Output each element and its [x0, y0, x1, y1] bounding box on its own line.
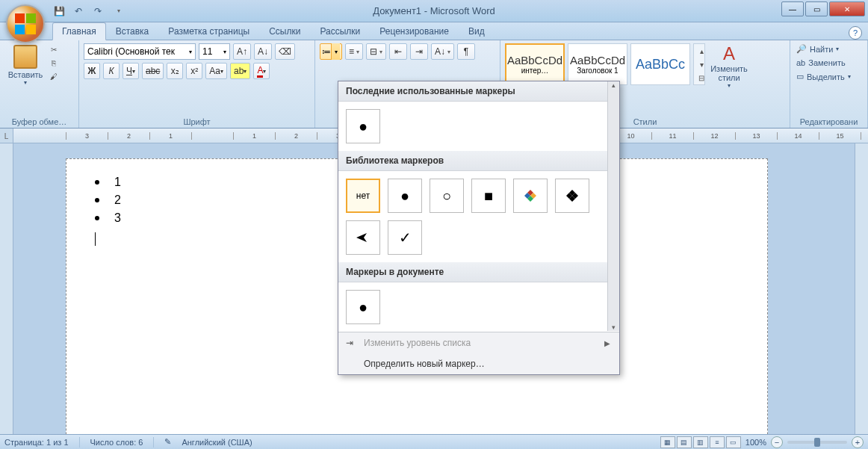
- bold-button[interactable]: Ж: [84, 63, 100, 79]
- ruler-corner[interactable]: L: [0, 128, 13, 143]
- office-button[interactable]: [6, 4, 45, 43]
- status-word-count[interactable]: Число слов: 6: [90, 438, 143, 447]
- bd-bullet-4color[interactable]: [513, 179, 548, 213]
- close-button[interactable]: ✕: [829, 1, 865, 16]
- bd-indoc-grid: ●: [338, 282, 619, 332]
- qat-more-icon[interactable]: [111, 4, 124, 18]
- view-full-reading[interactable]: ▤: [677, 436, 692, 448]
- bd-bottom-menu: ⇥ Изменить уровень списка ▶ Определить н…: [338, 332, 619, 374]
- style-item-1[interactable]: AaBbCcDd интер…: [505, 43, 565, 85]
- redo-icon[interactable]: ↷: [91, 4, 105, 18]
- zoom-out-button[interactable]: −: [771, 436, 783, 448]
- bd-recent-grid: ●: [338, 102, 619, 151]
- tab-page-layout[interactable]: Разметка страницы: [158, 22, 259, 40]
- ruler-tick: 2: [275, 132, 317, 140]
- bd-bullet-circle[interactable]: ○: [430, 179, 464, 213]
- status-page[interactable]: Страница: 1 из 1: [4, 438, 69, 447]
- bd-bullet-arrow[interactable]: [346, 220, 380, 255]
- zoom-slider-thumb[interactable]: [814, 438, 820, 447]
- sort-button[interactable]: A↓: [431, 43, 454, 60]
- bd-recent-bullet-disc[interactable]: ●: [346, 109, 380, 143]
- clear-formatting-icon[interactable]: ⌫: [275, 43, 295, 60]
- bd-change-level[interactable]: ⇥ Изменить уровень списка ▶: [338, 332, 619, 353]
- copy-icon[interactable]: ⎘: [46, 57, 61, 69]
- shrink-font-icon[interactable]: A↓: [254, 43, 272, 60]
- status-language[interactable]: Английский (США): [182, 438, 252, 447]
- font-size-combo[interactable]: 11▾: [199, 43, 230, 60]
- ruler-tick: 11: [651, 132, 693, 140]
- tab-view[interactable]: Вид: [459, 22, 495, 40]
- bd-none[interactable]: нет: [346, 179, 380, 213]
- bullet-dot-icon: [95, 216, 99, 220]
- cut-icon[interactable]: ✂: [46, 43, 61, 55]
- change-styles-button[interactable]: A Изменить стили ▾: [705, 43, 753, 89]
- find-button[interactable]: 🔎Найти▾: [795, 43, 863, 55]
- replace-button[interactable]: abЗаменить: [795, 58, 863, 68]
- minimize-button[interactable]: —: [781, 1, 804, 16]
- decrease-indent-icon[interactable]: ⇤: [389, 43, 407, 60]
- office-logo-icon: [15, 13, 36, 34]
- undo-icon[interactable]: ↶: [72, 4, 85, 18]
- tab-mailings[interactable]: Рассылки: [310, 22, 370, 40]
- view-web-layout[interactable]: ▥: [693, 436, 708, 448]
- view-print-layout[interactable]: ▦: [660, 436, 675, 448]
- change-case-button[interactable]: Aa▾: [205, 63, 227, 79]
- tab-home[interactable]: Главная: [52, 22, 106, 40]
- increase-indent-icon[interactable]: ⇥: [410, 43, 428, 60]
- bullets-button[interactable]: ≔ ▾: [320, 43, 342, 60]
- bd-bullet-square[interactable]: ■: [471, 179, 506, 213]
- help-button[interactable]: ?: [849, 26, 862, 40]
- tab-insert[interactable]: Вставка: [106, 22, 159, 40]
- style-item-2[interactable]: AaBbCcDd Заголовок 1: [568, 43, 627, 85]
- status-bar: Страница: 1 из 1 Число слов: 6 ✎ Английс…: [0, 434, 868, 449]
- paste-label: Вставить: [8, 70, 43, 79]
- status-proofing-icon[interactable]: ✎: [164, 437, 171, 447]
- numbering-button[interactable]: ≡: [345, 43, 363, 60]
- subscript-button[interactable]: x₂: [167, 63, 183, 79]
- show-marks-icon[interactable]: ¶: [457, 43, 475, 60]
- zoom-level[interactable]: 100%: [745, 438, 766, 447]
- bd-bullet-check[interactable]: ✓: [388, 220, 422, 255]
- maximize-button[interactable]: ▭: [805, 1, 828, 16]
- format-painter-icon[interactable]: 🖌: [46, 70, 61, 82]
- tab-references[interactable]: Ссылки: [259, 22, 310, 40]
- style-item-3[interactable]: AaBbCc: [630, 43, 690, 85]
- underline-button[interactable]: Ч▾: [123, 63, 139, 79]
- ruler-tick: 15: [819, 132, 861, 140]
- save-icon[interactable]: 💾: [52, 4, 66, 18]
- group-editing: 🔎Найти▾ abЗаменить ▭Выделить▾ Редактиров…: [790, 40, 868, 128]
- zoom-in-button[interactable]: +: [852, 436, 864, 448]
- bd-define-new[interactable]: Определить новый маркер…: [338, 353, 619, 374]
- vertical-scrollbar[interactable]: [855, 143, 868, 434]
- window-controls: — ▭ ✕: [780, 1, 865, 16]
- bd-indoc-bullet-disc[interactable]: ●: [346, 290, 380, 324]
- window-title: Документ1 - Microsoft Word: [373, 5, 495, 16]
- font-group-label: Шрифт: [84, 116, 310, 126]
- font-name-combo[interactable]: Calibri (Основной тек▾: [84, 43, 196, 60]
- list-item-text: 2: [114, 193, 121, 207]
- bullets-dropdown-arrow[interactable]: ▾: [331, 43, 340, 60]
- select-button[interactable]: ▭Выделить▾: [795, 71, 863, 82]
- strike-button[interactable]: abc: [142, 63, 164, 79]
- font-color-button[interactable]: A▾: [253, 63, 270, 79]
- bd-scrollbar[interactable]: ▴ ▾: [607, 81, 619, 331]
- multilevel-button[interactable]: ⊟: [366, 43, 386, 60]
- ruler-tick: 2: [108, 132, 149, 140]
- superscript-button[interactable]: x²: [186, 63, 202, 79]
- tab-review[interactable]: Рецензирование: [370, 22, 459, 40]
- ruler-tick: 13: [735, 132, 777, 140]
- bullets-dropdown-panel: Последние использованные маркеры ● Библи…: [338, 81, 620, 375]
- view-draft[interactable]: ▭: [726, 436, 741, 448]
- paste-button[interactable]: Вставить ▾: [4, 43, 46, 87]
- highlight-button[interactable]: ab▾: [230, 63, 250, 79]
- zoom-slider[interactable]: [787, 441, 847, 444]
- italic-button[interactable]: К: [103, 63, 120, 79]
- vertical-ruler[interactable]: [0, 143, 13, 434]
- title-bar: 💾 ↶ ↷ Документ1 - Microsoft Word — ▭ ✕: [0, 0, 868, 22]
- view-outline[interactable]: ≡: [710, 436, 725, 448]
- grow-font-icon[interactable]: A↑: [233, 43, 251, 60]
- ruler-tick: 12: [693, 132, 735, 140]
- bd-bullet-disc[interactable]: ●: [388, 179, 422, 213]
- bd-bullet-4diamond[interactable]: [555, 179, 589, 213]
- bullets-icon: ≔: [322, 46, 331, 57]
